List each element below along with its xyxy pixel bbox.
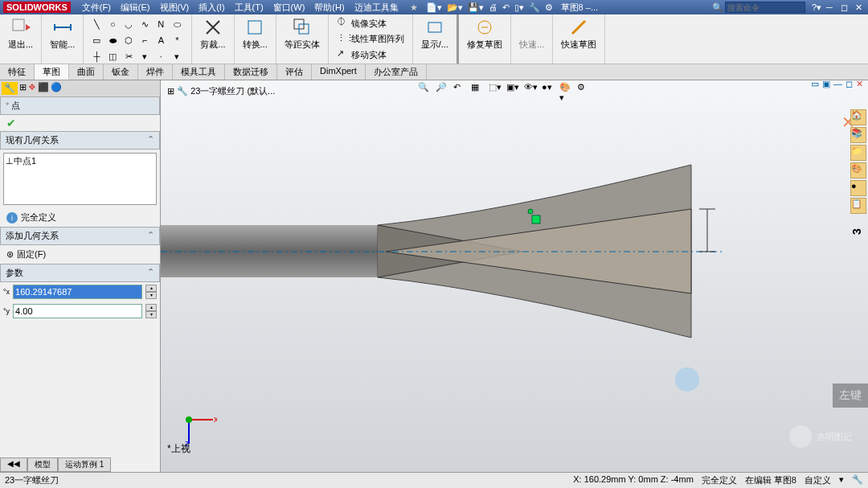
- text-tool[interactable]: A: [154, 34, 167, 47]
- motion-tab[interactable]: 运动算例 1: [58, 457, 111, 472]
- misc-tool[interactable]: ▾: [138, 50, 151, 63]
- mirror-button[interactable]: ⏀镜像实体: [334, 16, 390, 31]
- help-icon[interactable]: ?▾: [812, 2, 821, 13]
- tab-evaluate[interactable]: 评估: [277, 64, 312, 80]
- smart-dimension-button[interactable]: 智能...: [47, 16, 78, 52]
- collapse-icon[interactable]: ⌃: [147, 134, 154, 146]
- trim-button[interactable]: 剪裁...: [197, 16, 228, 52]
- tab-surface[interactable]: 曲面: [69, 64, 104, 80]
- point-tool[interactable]: *: [170, 34, 183, 47]
- menu-tools[interactable]: 工具(T): [230, 2, 268, 14]
- convert-button[interactable]: 转换...: [240, 16, 271, 52]
- appearances-tab[interactable]: ●: [850, 180, 866, 196]
- tab-office[interactable]: 办公室产品: [366, 64, 427, 80]
- polygon-tool[interactable]: ⬡: [122, 34, 135, 47]
- tab-dimxpert[interactable]: DimXpert: [312, 64, 366, 80]
- centerline-tool[interactable]: ┼: [90, 50, 103, 63]
- tab-mold[interactable]: 模具工具: [173, 64, 225, 80]
- rebuild-icon[interactable]: 🔧: [529, 2, 540, 13]
- open-icon[interactable]: 📂▾: [447, 2, 463, 13]
- menu-window[interactable]: 窗口(W): [268, 2, 310, 14]
- existing-relations-header[interactable]: 现有几何关系⌃: [0, 131, 160, 150]
- design-lib-tab[interactable]: 📚: [850, 127, 866, 143]
- arc-tool[interactable]: ◡: [122, 18, 135, 31]
- graphics-canvas[interactable]: ▭ ▣ — ◻ ✕ ⊞ 🔧 23一字螺丝刀 (默认... 🔍 🔎 ↶ ▦ ⬚▾ …: [161, 80, 868, 472]
- display-pane-icon[interactable]: ⬛: [38, 82, 49, 95]
- relation-item[interactable]: 中点1: [14, 155, 36, 167]
- point-header[interactable]: * 点: [0, 96, 160, 115]
- x-input[interactable]: [13, 285, 142, 299]
- maximize-button[interactable]: ◻: [837, 2, 850, 13]
- offset-button[interactable]: 等距实体: [281, 16, 323, 52]
- line-tool[interactable]: ╲: [90, 18, 103, 31]
- scroll-left[interactable]: ◀◀: [0, 457, 27, 472]
- quick-sketch-button[interactable]: 快速草图: [558, 16, 600, 52]
- status-dropdown[interactable]: ▾: [839, 474, 844, 486]
- ellipse-tool[interactable]: ⬭: [170, 18, 183, 31]
- model-tab[interactable]: 模型: [27, 457, 58, 472]
- y-input[interactable]: [13, 304, 142, 318]
- fillet-tool[interactable]: ⌐: [138, 34, 151, 47]
- quick-button[interactable]: 快速...: [516, 16, 547, 52]
- appearance-icon[interactable]: 🔵: [51, 82, 62, 95]
- save-icon[interactable]: 💾▾: [468, 2, 484, 13]
- menu-maidi[interactable]: 迈迪工具集: [350, 2, 403, 14]
- config-icon[interactable]: ⊞: [19, 82, 27, 95]
- slot-tool[interactable]: ⬬: [106, 34, 119, 47]
- tab-sheetmetal[interactable]: 钣金: [104, 64, 138, 80]
- select-icon[interactable]: ▯▾: [514, 2, 524, 13]
- rect-tool[interactable]: ▭: [90, 34, 103, 47]
- ok-button[interactable]: ✔: [3, 115, 19, 131]
- add-relations-header[interactable]: 添加几何关系⌃: [0, 227, 160, 245]
- y-up[interactable]: ▴: [145, 304, 157, 311]
- undo-icon[interactable]: ↶: [502, 2, 510, 13]
- wechat-icon: [789, 425, 812, 448]
- collapse-icon[interactable]: ⌃: [147, 230, 154, 242]
- print-icon[interactable]: 🖨: [489, 2, 497, 12]
- circle-tool[interactable]: ○: [106, 18, 119, 31]
- misc2-tool[interactable]: ·: [154, 50, 167, 63]
- prop-icon[interactable]: ❖: [28, 82, 36, 95]
- x-down[interactable]: ▾: [145, 292, 157, 299]
- menu-view[interactable]: 视图(V): [155, 2, 194, 14]
- minimize-button[interactable]: ─: [823, 2, 836, 13]
- spline2-tool[interactable]: N: [154, 18, 167, 31]
- tab-weldment[interactable]: 焊件: [138, 64, 173, 80]
- star-icon[interactable]: ★: [410, 2, 418, 13]
- spline-tool[interactable]: ∿: [138, 18, 151, 31]
- custom-props-tab[interactable]: 📋: [850, 198, 866, 214]
- tab-features[interactable]: 特征: [0, 64, 35, 80]
- params-header[interactable]: 参数⌃: [0, 264, 160, 282]
- repair-sketch-button[interactable]: 修复草图: [464, 16, 506, 52]
- trim-icon-tool[interactable]: ✂: [122, 50, 135, 63]
- x-up[interactable]: ▴: [145, 285, 157, 292]
- collapse-icon[interactable]: ⌃: [147, 267, 154, 279]
- plane-tool[interactable]: ◫: [106, 50, 119, 63]
- search-input[interactable]: [725, 2, 805, 13]
- menu-help[interactable]: 帮助(H): [309, 2, 349, 14]
- feature-tree-icon[interactable]: 🔧: [2, 82, 18, 95]
- misc3-tool[interactable]: ▾: [170, 50, 183, 63]
- info-icon: i: [6, 212, 18, 223]
- new-icon[interactable]: 📄▾: [426, 2, 442, 13]
- menu-file[interactable]: 文件(F): [77, 2, 116, 14]
- y-down[interactable]: ▾: [145, 311, 157, 318]
- menu-insert[interactable]: 插入(I): [194, 2, 229, 14]
- fixed-button[interactable]: 固定(F): [17, 248, 46, 260]
- tab-data[interactable]: 数据迁移: [225, 64, 277, 80]
- file-explorer-tab[interactable]: 📁: [850, 145, 866, 161]
- options-icon[interactable]: ⚙: [545, 2, 553, 13]
- menu-edit[interactable]: 编辑(E): [116, 2, 155, 14]
- tab-sketch[interactable]: 草图: [35, 64, 69, 80]
- dimension-value[interactable]: 3: [850, 228, 863, 235]
- move-button[interactable]: ↗移动实体: [334, 47, 390, 62]
- linear-pattern-button[interactable]: ⋮⋮线性草图阵列: [334, 32, 407, 47]
- resources-tab[interactable]: 🏠: [850, 109, 866, 125]
- relations-list[interactable]: ⊥ 中点1: [3, 153, 157, 205]
- status-custom[interactable]: 自定义: [805, 474, 831, 486]
- close-button[interactable]: ✕: [852, 2, 865, 13]
- status-icon[interactable]: 🔧: [852, 474, 863, 486]
- display-button[interactable]: 显示/...: [418, 16, 452, 52]
- view-palette-tab[interactable]: 🎨: [850, 162, 866, 178]
- exit-sketch-button[interactable]: 退出...: [5, 16, 36, 52]
